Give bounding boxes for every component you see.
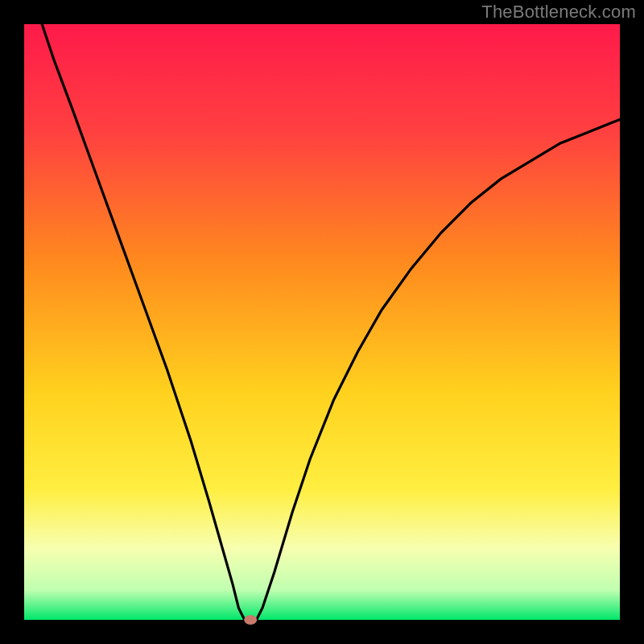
watermark-text: TheBottleneck.com [481,2,636,23]
optimal-point-marker [244,615,257,625]
plot-background [24,24,620,620]
chart-canvas [0,0,644,644]
chart-frame: TheBottleneck.com [0,0,644,644]
